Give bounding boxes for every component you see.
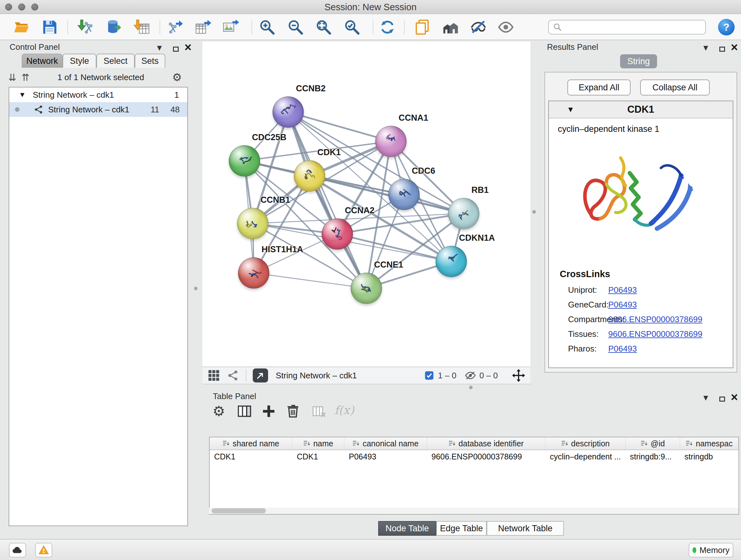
splitter-handle[interactable]	[469, 386, 473, 389]
zoom-selected-icon[interactable]	[344, 19, 360, 36]
network-collection-row[interactable]: ▼ String Network – cdk1 1	[9, 87, 187, 102]
network-options-gear-icon[interactable]: ⚙	[172, 71, 182, 84]
crosslink-value-link[interactable]: 9606.ENSP00000378699	[608, 329, 702, 339]
delete-row-icon[interactable]	[285, 403, 300, 419]
detach-view-button[interactable]	[253, 368, 268, 382]
network-node-ccne1[interactable]	[351, 273, 382, 304]
collapse-panel-icon[interactable]: ▾	[703, 42, 708, 53]
crosslinks-list: Uniprot:P06493GeneCard:P06493Compartment…	[549, 283, 733, 356]
delete-column-icon[interactable]	[312, 403, 327, 419]
collapse-all-icon[interactable]: ⇈	[21, 72, 29, 83]
open-file-icon[interactable]	[13, 19, 30, 36]
tab-style[interactable]: Style	[63, 54, 96, 68]
network-row[interactable]: String Network – cdk1 11 48	[9, 102, 187, 117]
splitter-handle[interactable]	[194, 287, 198, 290]
collapse-panel-icon[interactable]: ▾	[703, 391, 708, 403]
column-header-label: shared name	[232, 439, 279, 448]
tab-string[interactable]: String	[620, 54, 657, 68]
gene-card-header[interactable]: ▼ CDK1	[549, 101, 733, 118]
save-session-icon[interactable]	[42, 19, 58, 36]
column-header-description[interactable]: description	[545, 437, 625, 449]
search-field[interactable]	[565, 22, 701, 32]
close-panel-icon[interactable]: ×	[731, 42, 738, 53]
main-toolbar: ?	[0, 14, 741, 40]
export-network-icon[interactable]	[166, 19, 183, 36]
crosslink-value-link[interactable]: 9606.ENSP00000378699	[608, 314, 702, 324]
collapse-panel-icon[interactable]: ▾	[157, 42, 162, 53]
scrollbar-thumb[interactable]	[212, 508, 266, 513]
network-node-cdc6[interactable]	[388, 179, 420, 210]
copy-document-icon[interactable]	[414, 19, 430, 36]
help-button[interactable]: ?	[718, 19, 735, 36]
tab-select[interactable]: Select	[96, 54, 135, 68]
selected-checkbox[interactable]	[424, 371, 434, 380]
network-tree: ▼ String Network – cdk1 1 String Network…	[9, 87, 188, 526]
column-header-database-identifier[interactable]: database identifier	[427, 437, 545, 449]
pan-tool-icon[interactable]	[512, 369, 525, 382]
export-image-icon[interactable]	[222, 19, 239, 36]
zoom-fit-icon[interactable]	[315, 19, 332, 36]
add-row-icon[interactable]	[261, 403, 276, 419]
network-node-ccnb1[interactable]	[237, 208, 268, 239]
zoom-in-icon[interactable]	[259, 19, 275, 36]
disclosure-triangle-icon[interactable]: ▼	[567, 105, 575, 114]
network-node-ccna2[interactable]	[322, 219, 353, 250]
horizontal-scrollbar[interactable]	[209, 508, 738, 514]
show-eye-icon[interactable]	[497, 19, 514, 36]
expand-all-button[interactable]: Expand All	[567, 79, 630, 96]
import-network-from-file-icon[interactable]	[77, 19, 93, 36]
network-edge[interactable]	[254, 273, 366, 288]
string-home-icon[interactable]	[442, 19, 459, 36]
float-panel-icon[interactable]	[719, 393, 725, 405]
results-panel-title: Results Panel	[547, 42, 598, 52]
disclosure-triangle-icon[interactable]: ▼	[19, 91, 26, 99]
float-panel-icon[interactable]	[173, 44, 179, 55]
import-table-icon[interactable]	[133, 19, 150, 36]
network-edge[interactable]	[288, 112, 366, 288]
column-header-canonical-name[interactable]: canonical name	[344, 437, 427, 449]
collapse-all-button[interactable]: Collapse All	[640, 79, 710, 96]
crosslink-value-link[interactable]: P06493	[608, 285, 637, 295]
column-header-name[interactable]: name	[292, 437, 344, 449]
selection-status: 1 of 1 Network selected	[29, 72, 172, 82]
float-panel-icon[interactable]	[719, 44, 725, 55]
tab-sets[interactable]: Sets	[135, 54, 165, 68]
memory-button[interactable]: Memory	[689, 543, 733, 557]
tab-node-table[interactable]: Node Table	[378, 521, 436, 536]
tab-edge-table[interactable]: Edge Table	[436, 521, 487, 536]
column-header--id[interactable]: @id	[625, 437, 680, 449]
crosslink-value-link[interactable]: P06493	[608, 300, 637, 310]
network-view-icon[interactable]	[226, 369, 239, 382]
apply-layout-icon[interactable]	[379, 19, 396, 36]
network-node-rb1[interactable]	[448, 198, 479, 229]
create-column-icon[interactable]	[237, 403, 252, 419]
tab-network-table[interactable]: Network Table	[487, 521, 564, 536]
export-table-icon[interactable]	[195, 19, 212, 36]
table-row[interactable]: CDK1CDK1P064939606.ENSP00000378699cyclin…	[210, 450, 738, 463]
crosslink-value-link[interactable]: P06493	[608, 344, 637, 354]
expand-all-icon[interactable]: ⇊	[8, 72, 16, 83]
search-input[interactable]	[548, 20, 706, 35]
hide-glasses-icon[interactable]	[470, 19, 487, 36]
import-network-from-database-icon[interactable]	[105, 19, 122, 36]
network-node-ccna1[interactable]	[375, 126, 407, 157]
grid-view-icon[interactable]	[207, 369, 220, 382]
settings-gear-icon[interactable]: ⚙	[212, 403, 228, 419]
network-node-cdc25b[interactable]	[229, 145, 260, 177]
network-node-hist1h1a[interactable]	[238, 257, 269, 289]
warnings-button[interactable]	[35, 543, 52, 557]
network-node-cdk1[interactable]	[294, 160, 325, 192]
network-node-cdkn1a[interactable]	[435, 246, 467, 277]
splitter-handle[interactable]	[532, 210, 536, 213]
sort-icon	[448, 440, 456, 447]
tab-network[interactable]: Network	[22, 54, 63, 68]
cloud-button[interactable]	[9, 543, 26, 557]
column-header-namespac[interactable]: namespac	[680, 437, 738, 449]
close-panel-icon[interactable]: ×	[731, 391, 738, 403]
close-panel-icon[interactable]: ×	[185, 42, 192, 53]
column-header-shared-name[interactable]: shared name	[210, 437, 292, 449]
zoom-out-icon[interactable]	[287, 19, 304, 36]
network-canvas[interactable]: CCNB2CCNA1CDC25BCDK1CDC6RB1CCNB1CCNA2CDK…	[202, 42, 530, 367]
function-icon[interactable]: f(x)	[334, 403, 350, 419]
network-node-ccnb2[interactable]	[273, 97, 304, 128]
